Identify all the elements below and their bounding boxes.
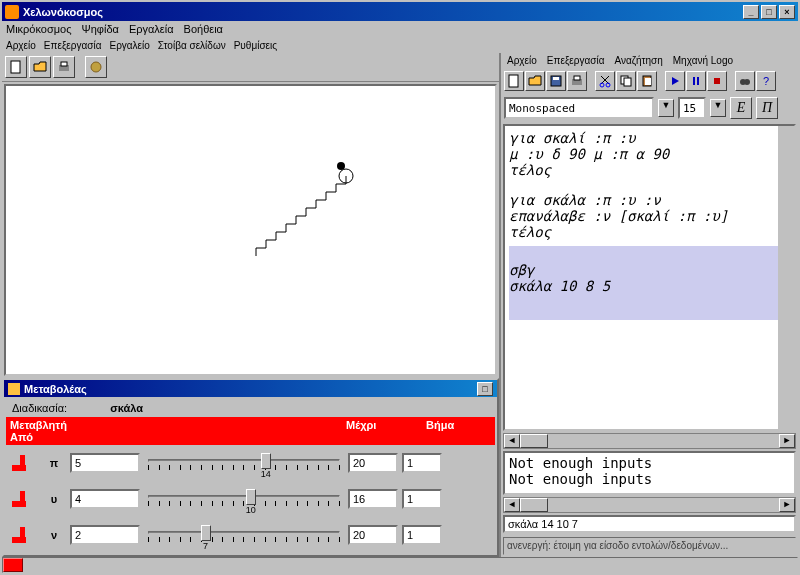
scroll-right-icon[interactable]: ► bbox=[779, 434, 795, 448]
slider-track[interactable]: 7 bbox=[144, 521, 344, 549]
scroll-left-icon[interactable]: ◄ bbox=[504, 434, 520, 448]
web-icon[interactable] bbox=[85, 56, 107, 78]
variable-name: π bbox=[42, 457, 66, 469]
error-output: Not enough inputs Not enough inputs bbox=[503, 451, 796, 495]
maximize-button[interactable]: □ bbox=[761, 5, 777, 19]
new-icon[interactable] bbox=[504, 71, 524, 91]
to-input[interactable] bbox=[348, 525, 398, 545]
svg-point-21 bbox=[744, 79, 750, 85]
to-input[interactable] bbox=[348, 489, 398, 509]
minimize-button[interactable]: _ bbox=[743, 5, 759, 19]
font-size-value: 15 bbox=[683, 102, 696, 115]
svg-rect-2 bbox=[61, 62, 67, 66]
svg-text:?: ? bbox=[763, 75, 769, 87]
procedure-label: Διαδικασία: bbox=[12, 402, 67, 414]
font-name-combo[interactable]: Monospaced bbox=[504, 97, 654, 119]
svg-point-5 bbox=[337, 162, 345, 170]
font-size-dropdown-icon[interactable]: ▼ bbox=[710, 99, 726, 117]
right-toolbar: ? bbox=[501, 68, 798, 94]
from-input[interactable] bbox=[70, 525, 140, 545]
svg-rect-6 bbox=[509, 75, 518, 87]
error-scrollbar-h[interactable]: ◄ ► bbox=[503, 497, 796, 513]
command-input[interactable]: σκάλα 14 10 7 bbox=[503, 515, 796, 533]
step-input[interactable] bbox=[402, 489, 442, 509]
rmenu-logo[interactable]: Μηχανή Logo bbox=[673, 55, 733, 66]
rmenu-file[interactable]: Αρχείο bbox=[507, 55, 537, 66]
print-icon[interactable] bbox=[53, 56, 75, 78]
new-icon[interactable] bbox=[5, 56, 27, 78]
stop-icon[interactable] bbox=[707, 71, 727, 91]
slider-icon[interactable] bbox=[8, 525, 38, 545]
header-variable: Μεταβλητή bbox=[10, 419, 67, 431]
paste-icon[interactable] bbox=[637, 71, 657, 91]
copy-icon[interactable] bbox=[616, 71, 636, 91]
scroll-thumb[interactable] bbox=[520, 434, 548, 448]
font-name-dropdown-icon[interactable]: ▼ bbox=[658, 99, 674, 117]
menu-file[interactable]: Αρχείο bbox=[6, 40, 36, 51]
code-scrollbar-h[interactable]: ◄ ► bbox=[503, 433, 796, 449]
scroll-left-icon[interactable]: ◄ bbox=[504, 498, 520, 512]
rmenu-search[interactable]: Αναζήτηση bbox=[614, 55, 662, 66]
menu-chip[interactable]: Ψηφίδα bbox=[82, 23, 119, 35]
slider-thumb[interactable] bbox=[201, 525, 211, 541]
slider-row: υ10 bbox=[6, 481, 495, 517]
save-icon[interactable] bbox=[546, 71, 566, 91]
pause-icon[interactable] bbox=[686, 71, 706, 91]
slider-thumb[interactable] bbox=[261, 453, 271, 469]
from-input[interactable] bbox=[70, 489, 140, 509]
turtle-canvas[interactable] bbox=[4, 84, 497, 376]
code-line: τέλος bbox=[509, 162, 790, 178]
slider-value-label: 14 bbox=[261, 469, 271, 479]
open-icon[interactable] bbox=[29, 56, 51, 78]
status-bar: ανενεργή: έτοιμη για είσοδο εντολών/δεδο… bbox=[503, 537, 796, 555]
header-step: Βήμα bbox=[426, 419, 486, 443]
font-size-combo[interactable]: 15 bbox=[678, 97, 706, 119]
print-icon[interactable] bbox=[567, 71, 587, 91]
menu-tool[interactable]: Εργαλείο bbox=[109, 40, 149, 51]
sliders-maximize-button[interactable]: □ bbox=[477, 382, 493, 396]
variable-name: ν bbox=[42, 529, 66, 541]
sub-menubar: Αρχείο Επεξεργασία Εργαλείο Στοίβα σελίδ… bbox=[2, 37, 798, 53]
bottom-scrollbar[interactable] bbox=[2, 557, 798, 573]
open-icon[interactable] bbox=[525, 71, 545, 91]
menu-microcosm[interactable]: Μικρόκοσμος bbox=[6, 23, 72, 35]
step-input[interactable] bbox=[402, 525, 442, 545]
titlebar: Χελωνόκοσμος _ □ × bbox=[2, 2, 798, 21]
slider-track[interactable]: 14 bbox=[144, 449, 344, 477]
font-style-e-button[interactable]: E bbox=[730, 97, 752, 119]
slider-icon[interactable] bbox=[8, 453, 38, 473]
sliders-icon bbox=[8, 383, 20, 395]
menu-help[interactable]: Βοήθεια bbox=[184, 23, 223, 35]
slider-icon[interactable] bbox=[8, 489, 38, 509]
to-input[interactable] bbox=[348, 453, 398, 473]
code-line: επανάλαβε :ν [σκαλί :π :υ] bbox=[509, 208, 790, 224]
help-icon[interactable]: ? bbox=[756, 71, 776, 91]
menu-tools[interactable]: Εργαλεία bbox=[129, 23, 174, 35]
slider-track[interactable]: 10 bbox=[144, 485, 344, 513]
svg-rect-10 bbox=[574, 76, 580, 80]
sliders-titlebar: Μεταβολέας □ bbox=[4, 380, 497, 397]
scroll-thumb[interactable] bbox=[520, 498, 548, 512]
code-editor[interactable]: για σκαλί :π :υ μ :υ δ 90 μ :π α 90 τέλο… bbox=[503, 124, 796, 431]
svg-rect-14 bbox=[624, 78, 631, 86]
binoculars-icon[interactable] bbox=[735, 71, 755, 91]
menu-pagestack[interactable]: Στοίβα σελίδων bbox=[158, 40, 226, 51]
menu-edit[interactable]: Επεξεργασία bbox=[44, 40, 102, 51]
step-input[interactable] bbox=[402, 453, 442, 473]
play-icon[interactable] bbox=[665, 71, 685, 91]
cut-icon[interactable] bbox=[595, 71, 615, 91]
sliders-window: Μεταβολέας □ Διαδικασία: σκάλα Μεταβλητή… bbox=[2, 378, 499, 557]
menu-settings[interactable]: Ρυθμίσεις bbox=[234, 40, 277, 51]
code-scrollbar-v[interactable] bbox=[778, 126, 794, 429]
window-title: Χελωνόκοσμος bbox=[23, 6, 743, 18]
bottom-scroll-thumb[interactable] bbox=[3, 558, 23, 572]
rmenu-edit[interactable]: Επεξεργασία bbox=[547, 55, 605, 66]
code-line: σκάλα 10 8 5 bbox=[509, 278, 790, 294]
font-style-pi-button[interactable]: Π bbox=[756, 97, 778, 119]
slider-thumb[interactable] bbox=[246, 489, 256, 505]
close-button[interactable]: × bbox=[779, 5, 795, 19]
scroll-right-icon[interactable]: ► bbox=[779, 498, 795, 512]
from-input[interactable] bbox=[70, 453, 140, 473]
slider-value-label: 10 bbox=[246, 505, 256, 515]
right-menubar: Αρχείο Επεξεργασία Αναζήτηση Μηχανή Logo bbox=[501, 53, 798, 68]
